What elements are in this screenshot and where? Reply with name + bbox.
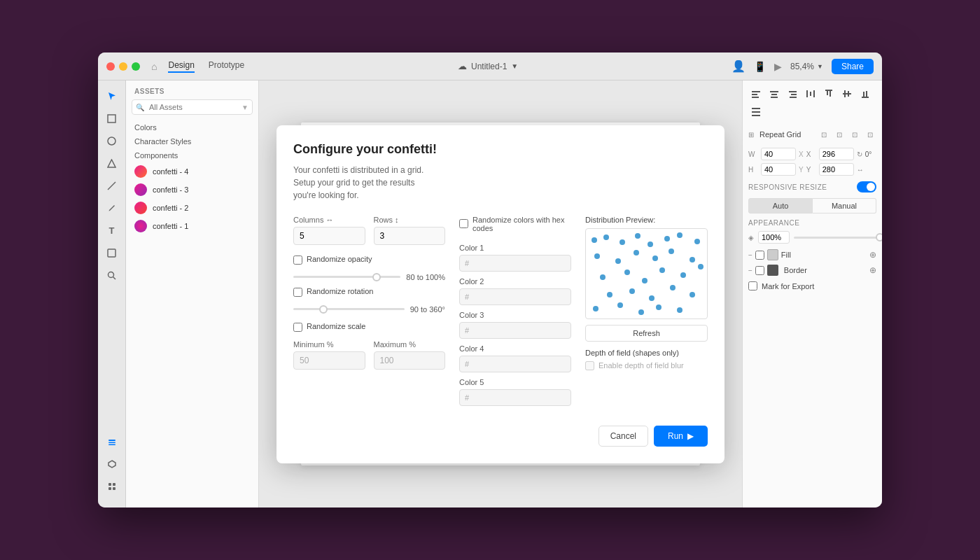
color4-input[interactable] [459,356,571,372]
cancel-button[interactable]: Cancel [598,426,648,447]
color2-input-wrap: # [459,288,571,305]
svg-point-1 [108,137,115,145]
rg-icon-3[interactable]: ⊡ [848,128,861,141]
dropdown-icon[interactable]: ▼ [511,62,518,70]
depth-checkbox[interactable] [585,361,594,370]
sidebar-item-line[interactable] [102,176,122,195]
opacity-input[interactable] [758,231,790,244]
sidebar-item-assets[interactable] [102,454,122,474]
color3-input[interactable] [459,322,571,339]
color2-input[interactable] [459,288,571,305]
assets-search-input[interactable] [132,99,253,115]
sidebar-item-ellipse[interactable] [102,131,122,150]
export-checkbox[interactable] [748,281,757,290]
randomize-scale-label: Randomize scale [307,322,365,330]
randomize-opacity-checkbox[interactable] [293,255,302,265]
max-input[interactable] [374,351,446,370]
share-button[interactable]: Share [832,59,874,74]
border-checkbox[interactable] [755,266,764,275]
auto-button[interactable]: Auto [748,198,813,214]
color5-input-wrap: # [459,389,571,406]
randomize-colors-checkbox[interactable] [459,219,468,228]
rg-icon-4[interactable]: ⊡ [864,128,876,141]
minimize-button[interactable] [119,62,127,71]
align-left-icon[interactable] [748,86,764,102]
run-button[interactable]: Run ▶ [654,426,708,447]
tab-design[interactable]: Design [168,60,194,73]
close-button[interactable] [106,62,115,71]
w-input[interactable] [761,148,796,160]
refresh-button[interactable]: Refresh [585,325,708,342]
align-middle-icon[interactable] [839,86,855,102]
color1-input[interactable] [459,255,571,272]
color5-group: Color 5 # [459,378,571,406]
sidebar-item-component[interactable] [102,243,122,262]
maximize-button[interactable] [132,62,140,71]
sidebar-item-cursor[interactable] [102,86,122,106]
repeat-grid-label[interactable]: Repeat Grid [760,130,812,139]
zoom-indicator[interactable]: 85,4% ▼ [790,62,823,71]
play-icon[interactable]: ▶ [774,61,782,72]
component-icon-1 [134,220,147,232]
svg-rect-37 [752,111,760,113]
distribute-icon[interactable] [803,86,818,102]
border-color-swatch[interactable] [767,265,778,276]
distribute-v-icon[interactable] [748,104,764,120]
main-layout: T ASSETS [98,80,882,507]
device-icon[interactable]: 📱 [754,61,766,72]
user-icon[interactable]: 👤 [732,59,746,73]
rotation-range-slider[interactable] [293,308,405,310]
svg-rect-27 [825,90,832,91]
min-input[interactable] [293,351,365,370]
component-item-1[interactable]: confetti - 1 [126,217,258,235]
rotation-value: 0° [865,150,872,158]
home-icon[interactable]: ⌂ [151,61,157,72]
border-eyedropper-icon[interactable]: ⊕ [869,265,876,275]
sidebar-item-plugins[interactable] [102,477,122,496]
randomize-scale-checkbox[interactable] [293,323,302,332]
h-y-row: H Y Y ↔ [748,163,876,176]
align-bottom-icon[interactable] [858,86,873,102]
rg-icon-1[interactable]: ⊡ [818,128,830,141]
columns-input[interactable] [293,227,365,245]
color1-input-wrap: # [459,255,571,272]
svg-rect-29 [830,91,831,97]
title-center: ☁ Untitled-1 ▼ [244,61,732,71]
randomize-rotation-checkbox[interactable] [293,288,302,297]
sidebar-item-layers[interactable] [102,432,122,451]
x-input[interactable] [819,148,854,160]
component-item-2[interactable]: confetti - 2 [126,199,258,217]
color5-hash: # [465,393,469,402]
component-item-4[interactable]: confetti - 4 [126,162,258,181]
tab-prototype[interactable]: Prototype [209,60,244,73]
opacity-slider[interactable] [794,237,882,239]
fill-color-swatch[interactable] [767,249,778,260]
character-styles-section-title: Character Styles [126,134,258,148]
depth-title: Depth of field (shapes only) [585,349,708,357]
icon-sidebar: T [98,80,126,507]
opacity-range-slider[interactable] [293,276,400,278]
color2-group: Color 2 # [459,277,571,305]
align-top-icon[interactable] [821,86,836,102]
assets-panel: ASSETS 🔍 ▼ Colors Character Styles Compo… [126,80,259,507]
h-input[interactable] [761,163,796,176]
sidebar-item-triangle[interactable] [102,153,122,173]
sidebar-item-rectangle[interactable] [102,108,122,128]
align-center-icon[interactable] [766,86,782,102]
sidebar-item-zoom[interactable] [102,265,122,285]
responsive-toggle[interactable] [857,181,876,192]
search-dropdown-icon[interactable]: ▼ [241,104,248,111]
y-input[interactable] [819,163,854,176]
color5-label: Color 5 [459,378,571,386]
component-item-3[interactable]: confetti - 3 [126,181,258,199]
fill-eyedropper-icon[interactable]: ⊕ [869,250,876,260]
align-right-icon[interactable] [785,86,800,102]
manual-button[interactable]: Manual [813,198,876,214]
border-minus-icon: − [748,267,752,274]
rows-input[interactable] [374,227,446,245]
fill-checkbox[interactable] [755,251,764,260]
color5-input[interactable] [459,389,571,406]
sidebar-item-pen[interactable] [102,198,122,218]
sidebar-item-text[interactable]: T [102,220,122,240]
rg-icon-2[interactable]: ⊡ [833,128,846,141]
